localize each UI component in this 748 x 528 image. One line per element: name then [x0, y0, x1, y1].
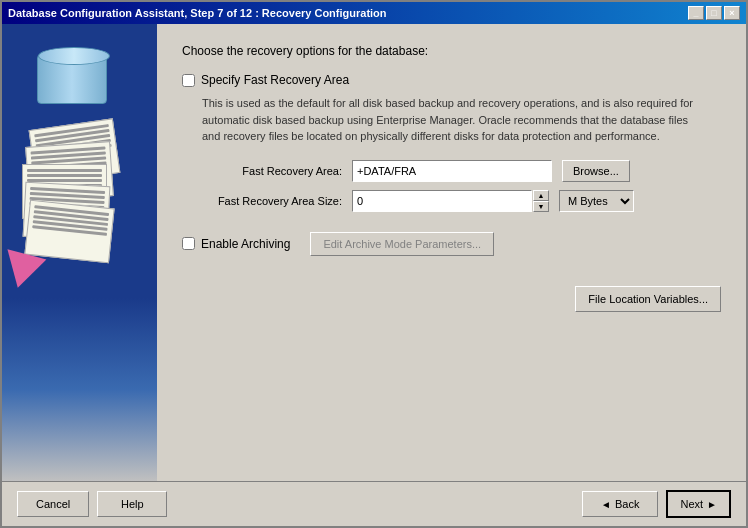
archiving-section: Enable Archiving Edit Archive Mode Param… [182, 232, 721, 256]
fast-recovery-description: This is used as the default for all disk… [202, 95, 702, 145]
file-location-button[interactable]: File Location Variables... [575, 286, 721, 312]
bottom-right-buttons: ◄ Back Next ► [582, 490, 731, 518]
title-bar: Database Configuration Assistant, Step 7… [2, 2, 746, 24]
window-title: Database Configuration Assistant, Step 7… [8, 7, 387, 19]
edit-archive-button[interactable]: Edit Archive Mode Parameters... [310, 232, 494, 256]
spinner-up-button[interactable]: ▲ [533, 190, 549, 201]
archiving-label: Enable Archiving [182, 237, 290, 251]
size-spinner: ▲ ▼ [352, 190, 549, 212]
bottom-bar: Cancel Help ◄ Back Next ► [2, 481, 746, 526]
fast-recovery-label: Specify Fast Recovery Area [201, 73, 349, 87]
database-graphic [37, 54, 107, 104]
fast-recovery-area-label: Fast Recovery Area: [182, 165, 342, 177]
next-arrow-icon: ► [707, 499, 717, 510]
cancel-button[interactable]: Cancel [17, 491, 89, 517]
minimize-button[interactable]: _ [688, 6, 704, 20]
next-label: Next [680, 498, 703, 510]
fast-recovery-checkbox[interactable] [182, 74, 195, 87]
archiving-checkbox[interactable] [182, 237, 195, 250]
archiving-checkbox-label: Enable Archiving [201, 237, 290, 251]
spinner-down-button[interactable]: ▼ [533, 201, 549, 212]
fast-recovery-area-input[interactable] [352, 160, 552, 182]
back-label: Back [615, 498, 639, 510]
back-button[interactable]: ◄ Back [582, 491, 658, 517]
help-button[interactable]: Help [97, 491, 167, 517]
fast-recovery-size-label: Fast Recovery Area Size: [182, 195, 342, 207]
page-title: Choose the recovery options for the data… [182, 44, 721, 58]
browse-button[interactable]: Browse... [562, 160, 630, 182]
right-panel: Choose the recovery options for the data… [157, 24, 746, 481]
database-cylinder [37, 54, 107, 104]
back-arrow-icon: ◄ [601, 499, 611, 510]
main-window: Database Configuration Assistant, Step 7… [0, 0, 748, 528]
content-area: Choose the recovery options for the data… [2, 24, 746, 481]
spinner-controls: ▲ ▼ [533, 190, 549, 212]
fast-recovery-size-row: Fast Recovery Area Size: ▲ ▼ M Bytes G B… [182, 190, 721, 212]
title-bar-controls: _ □ × [688, 6, 740, 20]
left-panel [2, 24, 157, 481]
bottom-left-buttons: Cancel Help [17, 491, 167, 517]
size-unit-select[interactable]: M Bytes G Bytes T Bytes [559, 190, 634, 212]
next-button[interactable]: Next ► [666, 490, 731, 518]
maximize-button[interactable]: □ [706, 6, 722, 20]
size-input[interactable] [352, 190, 532, 212]
fast-recovery-checkbox-row: Specify Fast Recovery Area [182, 73, 721, 87]
fast-recovery-area-row: Fast Recovery Area: Browse... [182, 160, 721, 182]
close-button[interactable]: × [724, 6, 740, 20]
